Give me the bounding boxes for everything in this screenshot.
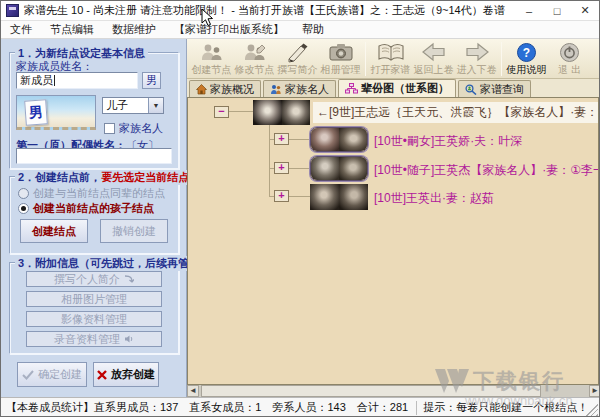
member-photo[interactable]: [310, 156, 368, 181]
close-button[interactable]: ✕: [571, 1, 599, 20]
menu-print-publish[interactable]: 【家谱打印出版系统】: [165, 22, 293, 37]
org-chart-icon: [345, 83, 358, 94]
scroll-left-arrow[interactable]: ◄: [187, 385, 199, 397]
portrait: [339, 157, 367, 180]
radio-sibling-row[interactable]: 创建与当前结点同辈的结点: [18, 186, 165, 201]
radio-sibling-label: 创建与当前结点同辈的结点: [33, 186, 165, 201]
male-photo-placeholder: 男: [24, 99, 48, 125]
expand-toggle[interactable]: +: [274, 133, 289, 145]
expand-toggle[interactable]: +: [274, 162, 289, 174]
section-extra-info: 3．附加信息（可先跳过，后续再管理） 撰写个人简介 相册图片管理 影像资料管理 …: [9, 262, 179, 354]
toolbar-help[interactable]: ? 使用说明: [505, 41, 548, 77]
camera-icon: [328, 41, 354, 63]
write-intro-button[interactable]: 撰写个人简介: [26, 271, 162, 287]
toolbar-exit[interactable]: 退 出: [548, 41, 591, 77]
arrow-right-icon: [464, 41, 490, 63]
toolbar-separator: [365, 42, 366, 76]
tab-label: 家族概况: [210, 82, 254, 97]
x-icon: [97, 370, 107, 380]
member-statistics: 【本卷成员统计】直系男成员：137 直系女成员：1 旁系人员：143 合计：28…: [1, 400, 408, 415]
menu-data-maintenance[interactable]: 数据维护: [103, 22, 165, 37]
menu-help[interactable]: 帮助: [293, 22, 333, 37]
genealogy-tree-view[interactable]: − ←[9世]王志远｛王天元、洪霞飞｝【家族名人】·妻：李甜甜 + [10世•嗣…: [187, 97, 599, 385]
collapse-toggle[interactable]: −: [214, 106, 229, 118]
celebrity-checkbox-row[interactable]: 家族名人: [104, 121, 163, 136]
tree-connector: [269, 125, 270, 196]
speaker-icon: [124, 334, 134, 344]
arrow-left-icon: [421, 41, 447, 63]
relation-select[interactable]: 儿子 ▼: [102, 97, 164, 114]
tab-label: 家谱查询: [480, 82, 524, 97]
toolbar-create-node[interactable]: 创建节点: [190, 41, 233, 77]
tree-node-label[interactable]: [10世]王英出·妻：赵茹: [374, 190, 494, 207]
check-icon: [22, 370, 34, 380]
people-add-icon: [199, 41, 225, 63]
audio-manage-label: 录音资料管理: [54, 332, 120, 347]
gender-toggle-button[interactable]: 男: [142, 72, 161, 89]
spouse-name-input[interactable]: [16, 148, 172, 164]
toolbar-label: 撰写简介: [278, 63, 318, 77]
app-window: 家谱先生 10 - 尚未注册 请注意功能限制！ - 当前打开族谱【王氏族谱】之：…: [0, 0, 600, 417]
toolbar-separator: [501, 42, 502, 76]
celebrity-checkbox[interactable]: [104, 123, 115, 134]
album-manage-button[interactable]: 相册图片管理: [26, 291, 162, 307]
minimize-button[interactable]: –: [515, 1, 543, 20]
portrait: [310, 184, 339, 210]
tree-node-label[interactable]: [10世•嗣女]王英娇·夫：叶深: [374, 133, 522, 150]
maximize-button[interactable]: □: [543, 1, 571, 20]
title-bar: 家谱先生 10 - 尚未注册 请注意功能限制！ - 当前打开族谱【王氏族谱】之：…: [1, 1, 599, 21]
ancestor-photo[interactable]: [253, 100, 310, 125]
search-person-icon: [465, 84, 477, 95]
people-edit-icon: [242, 41, 268, 63]
resize-grip[interactable]: [586, 404, 598, 416]
radio-child-row[interactable]: 创建当前结点的孩子结点: [18, 201, 154, 216]
horizontal-scrollbar[interactable]: ◄ ►: [187, 385, 600, 397]
tab-family-overview[interactable]: 家族概况: [189, 80, 261, 97]
toolbar-write-intro[interactable]: 撰写简介: [276, 41, 319, 77]
member-photo-box[interactable]: 男: [16, 95, 96, 130]
toolbar-album-manage[interactable]: 相册管理: [319, 41, 362, 77]
menu-node-edit[interactable]: 节点编辑: [41, 22, 103, 37]
tab-generation-chart[interactable]: 辈份图（世系图）: [338, 79, 456, 97]
member-photo[interactable]: [310, 184, 368, 210]
menu-file[interactable]: 文件: [1, 22, 41, 37]
toolbar-next-volume[interactable]: 进入下卷: [455, 41, 498, 77]
portrait: [311, 128, 339, 151]
portrait: [339, 184, 368, 210]
pen-icon: [286, 41, 310, 63]
toolbar-open-tree[interactable]: 打开家谱: [369, 41, 412, 77]
open-book-icon: [377, 41, 405, 63]
radio-sibling[interactable]: [18, 188, 29, 199]
scroll-right-arrow[interactable]: ►: [589, 385, 600, 397]
video-manage-button[interactable]: 影像资料管理: [26, 311, 162, 327]
tab-tree-query[interactable]: 家谱查询: [458, 80, 531, 97]
tab-family-celebrities[interactable]: 家族名人: [263, 80, 336, 97]
member-photo[interactable]: [310, 127, 368, 152]
tree-connector: [229, 111, 254, 112]
tree-root-label[interactable]: ←[9世]王志远｛王天元、洪霞飞｝【家族名人】·妻：李甜甜: [313, 102, 599, 123]
chevron-down-icon[interactable]: ▼: [148, 98, 163, 113]
status-divider: [416, 401, 417, 415]
confirm-create-button[interactable]: 确定创建: [17, 362, 87, 387]
audio-manage-button[interactable]: 录音资料管理: [26, 331, 162, 347]
toolbar-prev-volume[interactable]: 返回上卷: [412, 41, 455, 77]
toolbar-modify-node[interactable]: 修改节点: [233, 41, 276, 77]
celebrity-label: 家族名人: [119, 121, 163, 136]
app-icon: [6, 4, 19, 17]
status-bar: 【本卷成员统计】直系男成员：137 直系女成员：1 旁系人员：143 合计：28…: [1, 397, 599, 417]
undo-create-button[interactable]: 撤销创建: [100, 219, 168, 243]
toolbar-label: 打开家谱: [371, 63, 411, 77]
scrollbar-thumb[interactable]: [201, 385, 541, 397]
abandon-create-button[interactable]: 放弃创建: [93, 362, 159, 387]
tab-strip: 家族概况 家族名人 辈份图（世系图） 家谱查询: [187, 79, 600, 97]
toolbar-label: 使用说明: [507, 63, 547, 77]
member-name-input[interactable]: 新成员: [16, 72, 138, 89]
tree-node-label[interactable]: [10世•随子]王英杰【家族名人】·妻：①李一芳②沈: [374, 162, 599, 179]
portrait: [253, 100, 282, 125]
radio-child[interactable]: [18, 203, 29, 214]
write-intro-label: 撰写个人简介: [54, 272, 120, 287]
status-hint: 提示：每卷只能创建一个根结点！: [423, 400, 588, 415]
create-node-button[interactable]: 创建结点: [20, 219, 88, 243]
power-icon: [559, 41, 580, 63]
expand-toggle[interactable]: +: [274, 190, 289, 202]
